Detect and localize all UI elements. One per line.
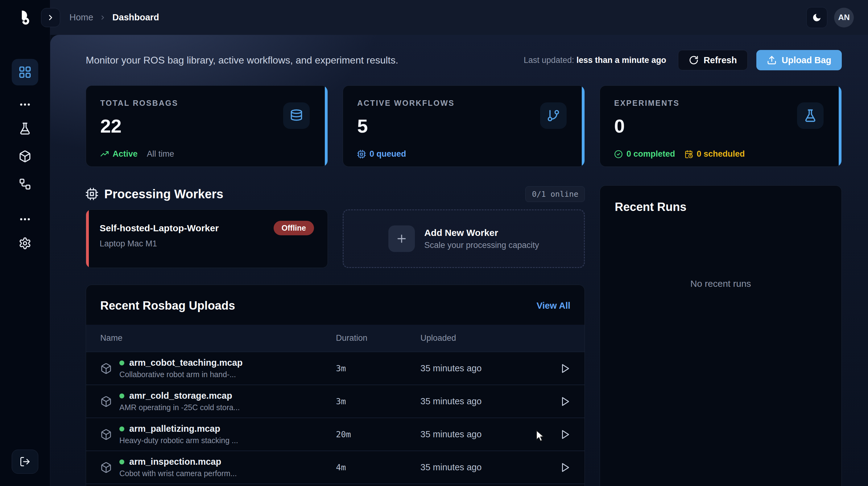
card-accent-bar: [839, 86, 841, 166]
logout-button[interactable]: [12, 450, 38, 474]
status-dot: [119, 360, 124, 365]
stat-icon-box: [797, 102, 824, 129]
rosbag-description: AMR operating in -25C cold stora...: [119, 403, 240, 412]
table-row[interactable]: arm_inspection.mcap Cobot with wrist cam…: [86, 451, 585, 484]
uploads-title: Recent Rosbag Uploads: [100, 299, 235, 313]
user-avatar[interactable]: AN: [834, 8, 854, 27]
rosbag-description: Cobot with wrist camera perform...: [119, 469, 237, 478]
breadcrumb-home[interactable]: Home: [69, 12, 93, 23]
play-button[interactable]: [550, 429, 570, 440]
add-worker-subtitle: Scale your processing capacity: [424, 240, 539, 250]
package-icon: [100, 396, 112, 408]
worker-card[interactable]: Self-hosted-Laptop-Worker Offline Laptop…: [86, 209, 328, 268]
theme-toggle-button[interactable]: [806, 7, 827, 28]
sidebar-collapse-button[interactable]: [41, 8, 60, 27]
sidebar-item-rosbags[interactable]: [12, 148, 38, 164]
stat-icon-box: [540, 102, 567, 129]
sidebar: [0, 0, 50, 486]
stat-scheduled: 0 scheduled: [684, 149, 745, 159]
worker-status-badge: Offline: [274, 221, 314, 235]
rosbag-description: Collaborative robot arm in hand-...: [119, 370, 243, 379]
main-content: Monitor your ROS bag library, active wor…: [50, 35, 868, 486]
plus-icon: [396, 232, 408, 245]
column-duration: Duration: [336, 333, 421, 343]
topbar: Home Dashboard AN: [50, 0, 868, 35]
table-row[interactable]: arm_welding.mcap 8m 35 minutes ago: [86, 484, 585, 486]
play-button[interactable]: [550, 462, 570, 473]
database-icon: [290, 109, 303, 122]
rosbag-name: arm_palletizing.mcap: [129, 424, 220, 434]
play-icon: [560, 462, 570, 473]
column-uploaded: Uploaded: [421, 333, 550, 343]
play-button[interactable]: [550, 363, 570, 374]
view-all-link[interactable]: View All: [536, 301, 570, 311]
table-row[interactable]: amr_cold_storage.mcap AMR operating in -…: [86, 385, 585, 418]
card-accent-bar: [325, 86, 328, 166]
add-worker-card[interactable]: Add New Worker Scale your processing cap…: [343, 209, 585, 268]
sidebar-item-settings[interactable]: [12, 235, 38, 251]
brand-b-icon: [18, 10, 32, 25]
chevron-right-icon: [99, 14, 106, 21]
refresh-button[interactable]: Refresh: [678, 50, 748, 70]
cpu-icon: [86, 188, 98, 200]
rosbag-uploaded: 35 minutes ago: [421, 363, 550, 374]
rosbag-duration: 4m: [336, 462, 421, 472]
trending-up-icon: [100, 150, 109, 159]
stat-label: ACTIVE WORKFLOWS: [357, 99, 570, 108]
flask-icon: [19, 122, 31, 135]
stat-period: All time: [147, 149, 174, 159]
rosbag-name: arm_inspection.mcap: [129, 457, 221, 467]
sidebar-more-bottom[interactable]: [12, 211, 38, 227]
stat-label: TOTAL ROSBAGS: [100, 99, 313, 108]
uploads-panel: Recent Rosbag Uploads View All Name Dura…: [86, 285, 585, 486]
package-icon: [100, 363, 112, 375]
add-worker-title: Add New Worker: [424, 228, 539, 238]
last-updated-label: Last updated:: [524, 56, 575, 65]
breadcrumb-current: Dashboard: [112, 12, 159, 23]
upload-icon: [767, 55, 777, 65]
page-subtitle: Monitor your ROS bag library, active wor…: [86, 55, 398, 66]
column-name: Name: [100, 333, 336, 343]
moon-icon: [812, 13, 822, 23]
last-updated-value: less than a minute ago: [577, 56, 666, 65]
uploads-table-header: Name Duration Uploaded: [86, 325, 585, 352]
sidebar-item-dashboard[interactable]: [12, 59, 38, 86]
ellipsis-icon: [19, 213, 31, 226]
play-icon: [560, 363, 570, 374]
worker-accent-bar: [86, 210, 89, 268]
sidebar-more-top[interactable]: [12, 97, 38, 112]
chevron-right-icon: [46, 13, 55, 22]
worker-description: Laptop Mac M1: [100, 239, 314, 249]
cpu-icon: [357, 150, 366, 159]
play-button[interactable]: [550, 396, 570, 407]
rosbag-description: Heavy-duty robotic arm stacking ...: [119, 436, 238, 445]
status-dot: [119, 393, 124, 398]
stat-trend: Active: [100, 149, 137, 159]
workers-title-text: Processing Workers: [104, 187, 223, 201]
recent-runs-panel: Recent Runs No recent runs: [600, 185, 842, 486]
stat-value: 22: [100, 115, 313, 137]
upload-bag-label: Upload Bag: [782, 55, 831, 65]
stat-card-total-rosbags: TOTAL ROSBAGS 22 Active All time: [86, 86, 328, 167]
app-root: Home Dashboard AN Monitor your ROS bag l…: [0, 0, 868, 486]
stat-card-active-workflows: ACTIVE WORKFLOWS 5 0 queued: [343, 86, 585, 167]
sidebar-item-experiments[interactable]: [12, 121, 38, 137]
stat-icon-box: [283, 102, 310, 129]
calendar-clock-icon: [684, 150, 693, 159]
stat-queued: 0 queued: [357, 149, 406, 159]
rosbag-uploaded: 35 minutes ago: [421, 462, 550, 473]
table-row[interactable]: arm_palletizing.mcap Heavy-duty robotic …: [86, 418, 585, 451]
rosbag-name: amr_cold_storage.mcap: [129, 391, 232, 401]
stat-value: 5: [357, 115, 570, 137]
rosbag-uploaded: 35 minutes ago: [421, 396, 550, 407]
rosbag-duration: 3m: [336, 396, 421, 406]
gear-icon: [19, 237, 31, 250]
package-icon: [19, 150, 31, 163]
left-column: Processing Workers 0/1 online Self-hoste…: [86, 185, 585, 486]
dashboard-grid-icon: [18, 65, 32, 79]
upload-bag-button[interactable]: Upload Bag: [756, 50, 842, 70]
package-icon: [100, 429, 112, 440]
sidebar-item-workflows[interactable]: [12, 176, 38, 192]
refresh-icon: [689, 55, 699, 65]
table-row[interactable]: arm_cobot_teaching.mcap Collaborative ro…: [86, 352, 585, 385]
